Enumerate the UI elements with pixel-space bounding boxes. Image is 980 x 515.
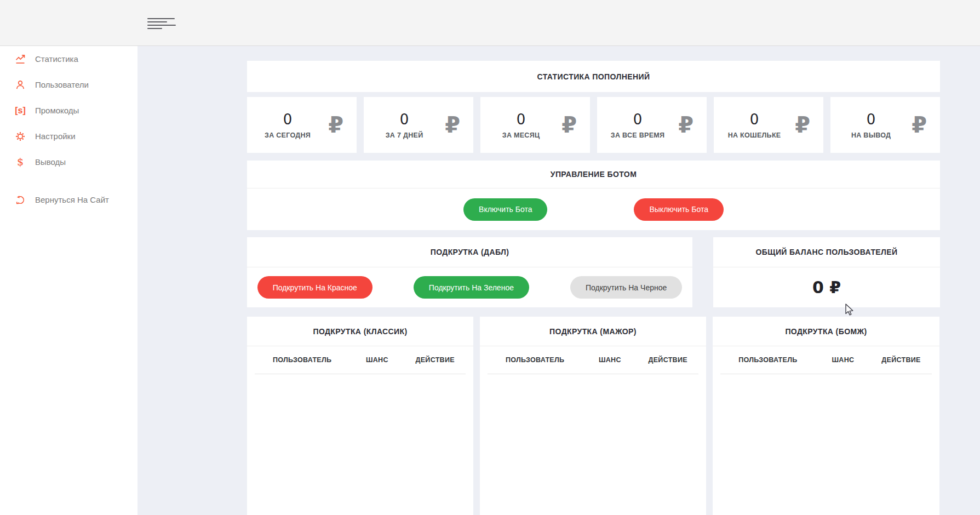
panel-header: УПРАВЛЕНИЕ БОТОМ xyxy=(247,161,940,188)
bot-control-body: Включить Бота Выключить Бота xyxy=(247,188,940,230)
stat-card-7days: 0 ЗА 7 ДНЕЙ ₽ xyxy=(364,97,473,153)
total-balance-value: 0 ₽ xyxy=(713,267,940,307)
panel-header: ПОДКРУТКА (ДАБЛ) xyxy=(247,237,692,267)
stat-label: ЗА ВСЕ ВРЕМЯ xyxy=(597,131,678,139)
table-header-row: ПОЛЬЗОВАТЕЛЬ ШАНС ДЕЙСТВИЕ xyxy=(488,346,698,374)
promo-code-icon: [s] xyxy=(13,104,27,117)
sidebar-item-label: Выводы xyxy=(35,157,66,167)
sidebar-item-label: Вернуться На Сайт xyxy=(35,195,109,204)
sidebar-item-withdrawals[interactable]: $ Выводы xyxy=(0,149,137,175)
column-header-chance: ШАНС xyxy=(816,356,870,364)
stat-value: 0 xyxy=(364,112,445,127)
disable-bot-button[interactable]: Выключить Бота xyxy=(634,198,723,221)
sidebar-item-promocodes[interactable]: [s] Промокоды xyxy=(0,98,137,123)
sidebar-item-label: Промокоды xyxy=(35,106,79,115)
double-rig-body: Подкрутить На Красное Подкрутить На Зеле… xyxy=(247,267,692,307)
ruble-icon: ₽ xyxy=(912,114,927,136)
section-title: ПОДКРУТКА (КЛАССИК) xyxy=(313,327,407,336)
section-title: ПОДКРУТКА (МАЖОР) xyxy=(549,327,637,336)
stat-value: 0 xyxy=(597,112,678,127)
panel-header: ОБЩИЙ БАЛАНС ПОЛЬЗОВАТЕЛЕЙ xyxy=(713,237,940,267)
top-bar xyxy=(0,0,980,46)
rig-table-major: ПОДКРУТКА (МАЖОР) ПОЛЬЗОВАТЕЛЬ ШАНС ДЕЙС… xyxy=(480,317,706,515)
stat-card-wallet: 0 НА КОШЕЛЬКЕ ₽ xyxy=(714,97,823,153)
ruble-icon: ₽ xyxy=(445,114,460,136)
stat-value: 0 xyxy=(830,112,912,127)
stat-value: 0 xyxy=(480,112,561,127)
column-header-user: ПОЛЬЗОВАТЕЛЬ xyxy=(255,356,349,364)
gear-icon xyxy=(13,130,27,143)
stat-label: НА ВЫВОД xyxy=(830,131,912,139)
stats-cards-row: 0 ЗА СЕГОДНЯ ₽ 0 ЗА 7 ДНЕЙ ₽ 0 ЗА МЕСЯЦ … xyxy=(247,97,940,153)
dollar-icon: $ xyxy=(13,156,27,169)
stat-card-month: 0 ЗА МЕСЯЦ ₽ xyxy=(480,97,590,153)
rig-green-button[interactable]: Подкрутить На Зеленое xyxy=(414,276,529,299)
double-rig-panel: ПОДКРУТКА (ДАБЛ) Подкрутить На Красное П… xyxy=(247,237,692,307)
table-header-row: ПОЛЬЗОВАТЕЛЬ ШАНС ДЕЙСТВИЕ xyxy=(255,346,466,374)
rig-table-bomzh: ПОДКРУТКА (БОМЖ) ПОЛЬЗОВАТЕЛЬ ШАНС ДЕЙСТ… xyxy=(713,317,939,515)
stat-value: 0 xyxy=(714,112,795,127)
column-header-chance: ШАНС xyxy=(582,356,637,364)
section-title: СТАТИСТИКА ПОПОЛНЕНИЙ xyxy=(537,72,650,81)
sidebar-item-settings[interactable]: Настройки xyxy=(0,123,137,149)
bot-control-panel: УПРАВЛЕНИЕ БОТОМ Включить Бота Выключить… xyxy=(247,161,940,230)
column-header-user: ПОЛЬЗОВАТЕЛЬ xyxy=(488,356,582,364)
sidebar-item-label: Пользователи xyxy=(35,80,89,89)
stat-value: 0 xyxy=(247,112,328,127)
ruble-icon: ₽ xyxy=(795,114,810,136)
hamburger-menu-icon[interactable] xyxy=(147,18,177,30)
rig-tables-row: ПОДКРУТКА (КЛАССИК) ПОЛЬЗОВАТЕЛЬ ШАНС ДЕ… xyxy=(247,317,940,515)
return-arrow-icon xyxy=(13,193,27,207)
rig-red-button[interactable]: Подкрутить На Красное xyxy=(257,276,372,299)
enable-bot-button[interactable]: Включить Бота xyxy=(463,198,547,221)
column-header-action: ДЕЙСТВИЕ xyxy=(637,356,698,364)
stat-label: НА КОШЕЛЬКЕ xyxy=(714,131,795,139)
stat-card-alltime: 0 ЗА ВСЕ ВРЕМЯ ₽ xyxy=(597,97,707,153)
stat-label: ЗА МЕСЯЦ xyxy=(480,131,561,139)
sidebar: Статистика Пользователи [s] Промокоды xyxy=(0,46,137,515)
total-balance-panel: ОБЩИЙ БАЛАНС ПОЛЬЗОВАТЕЛЕЙ 0 ₽ xyxy=(713,237,940,307)
section-title: ПОДКРУТКА (ДАБЛ) xyxy=(431,248,509,256)
section-title: ПОДКРУТКА (БОМЖ) xyxy=(785,327,867,336)
panel-header: ПОДКРУТКА (КЛАССИК) xyxy=(247,317,473,346)
panel-header: ПОДКРУТКА (МАЖОР) xyxy=(480,317,706,346)
ruble-icon: ₽ xyxy=(561,114,577,136)
main-content: СТАТИСТИКА ПОПОЛНЕНИЙ 0 ЗА СЕГОДНЯ ₽ 0 З… xyxy=(247,61,940,515)
stat-label: ЗА 7 ДНЕЙ xyxy=(364,131,445,139)
stat-card-withdraw: 0 НА ВЫВОД ₽ xyxy=(830,97,940,153)
sidebar-item-users[interactable]: Пользователи xyxy=(0,72,137,98)
trending-up-icon xyxy=(13,53,27,66)
column-header-action: ДЕЙСТВИЕ xyxy=(870,356,932,364)
table-header-row: ПОЛЬЗОВАТЕЛЬ ШАНС ДЕЙСТВИЕ xyxy=(720,346,932,374)
section-title: УПРАВЛЕНИЕ БОТОМ xyxy=(551,170,637,179)
column-header-user: ПОЛЬЗОВАТЕЛЬ xyxy=(720,356,816,364)
sidebar-item-statistics[interactable]: Статистика xyxy=(0,46,137,72)
rig-table-classic: ПОДКРУТКА (КЛАССИК) ПОЛЬЗОВАТЕЛЬ ШАНС ДЕ… xyxy=(247,317,473,515)
deposits-stats-header: СТАТИСТИКА ПОПОЛНЕНИЙ xyxy=(247,61,940,92)
stat-label: ЗА СЕГОДНЯ xyxy=(247,131,328,139)
ruble-icon: ₽ xyxy=(328,114,343,136)
rig-balance-row: ПОДКРУТКА (ДАБЛ) Подкрутить На Красное П… xyxy=(247,237,940,307)
column-header-action: ДЕЙСТВИЕ xyxy=(404,356,466,364)
sidebar-item-back-to-site[interactable]: Вернуться На Сайт xyxy=(0,187,137,213)
stat-card-today: 0 ЗА СЕГОДНЯ ₽ xyxy=(247,97,357,153)
rig-black-button[interactable]: Подкрутить На Черное xyxy=(570,276,682,299)
panel-header: ПОДКРУТКА (БОМЖ) xyxy=(713,317,939,346)
sidebar-item-label: Статистика xyxy=(35,54,78,64)
ruble-icon: ₽ xyxy=(678,114,694,136)
sidebar-spacer xyxy=(0,175,137,187)
column-header-chance: ШАНС xyxy=(349,356,404,364)
user-icon xyxy=(13,78,27,91)
section-title: ОБЩИЙ БАЛАНС ПОЛЬЗОВАТЕЛЕЙ xyxy=(755,248,897,256)
sidebar-item-label: Настройки xyxy=(35,131,76,141)
